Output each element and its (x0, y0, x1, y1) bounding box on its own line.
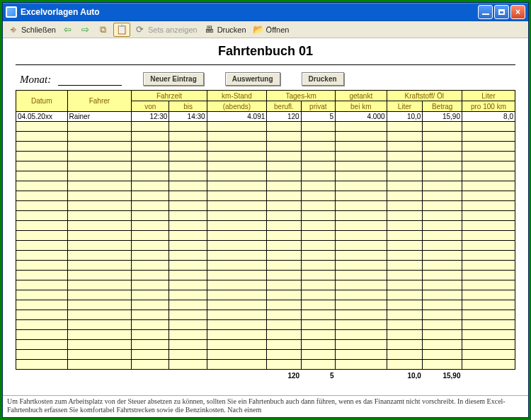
cell-von[interactable] (132, 340, 169, 350)
cell-betrag[interactable] (423, 142, 462, 152)
cell-privat[interactable] (301, 241, 335, 251)
cell-bis[interactable] (169, 211, 207, 221)
cell-betrag[interactable] (423, 161, 462, 171)
table-row[interactable] (16, 142, 515, 152)
cell-getankt[interactable] (336, 161, 387, 171)
cell-privat[interactable] (301, 310, 335, 320)
cell-l100[interactable] (462, 142, 515, 152)
cell-km[interactable] (207, 251, 267, 261)
cell-privat[interactable] (301, 161, 335, 171)
cell-fahrer[interactable] (67, 261, 132, 271)
cell-bis[interactable]: 14:30 (169, 112, 207, 122)
cell-km[interactable] (207, 290, 267, 300)
cell-betrag[interactable] (423, 330, 462, 340)
cell-liter[interactable] (387, 350, 423, 360)
cell-bis[interactable] (169, 191, 207, 201)
cell-l100[interactable] (462, 330, 515, 340)
cell-bis[interactable] (169, 271, 207, 280)
cell-l100[interactable] (462, 181, 515, 191)
cell-berufl[interactable] (267, 280, 301, 290)
cell-liter[interactable] (387, 251, 423, 261)
table-row[interactable] (16, 171, 515, 181)
table-row[interactable] (16, 201, 515, 211)
cell-datum[interactable] (16, 300, 68, 310)
cell-fahrer[interactable] (67, 300, 132, 310)
cell-privat[interactable]: 5 (301, 112, 335, 122)
cell-datum[interactable] (16, 261, 68, 271)
table-row[interactable] (16, 241, 515, 251)
cell-privat[interactable] (301, 132, 335, 142)
cell-km[interactable] (207, 310, 267, 320)
cell-bis[interactable] (169, 122, 207, 132)
cell-betrag[interactable] (423, 221, 462, 231)
cell-km[interactable] (207, 261, 267, 271)
cell-fahrer[interactable] (67, 161, 132, 171)
cell-berufl[interactable] (267, 142, 301, 152)
cell-liter[interactable] (387, 241, 423, 251)
cell-datum[interactable] (16, 181, 68, 191)
table-row[interactable] (16, 360, 515, 370)
month-input[interactable] (58, 73, 122, 86)
open-button[interactable]: 📂 Öffnen (251, 23, 292, 36)
cell-liter[interactable] (387, 261, 423, 271)
cell-datum[interactable] (16, 350, 68, 360)
cell-fahrer[interactable] (67, 132, 132, 142)
table-row[interactable] (16, 290, 515, 300)
table-body[interactable]: 04.05.20xxRainer12:3014:304.09112054.000… (16, 112, 515, 370)
cell-l100[interactable] (462, 340, 515, 350)
cell-bis[interactable] (169, 181, 207, 191)
cell-getankt[interactable] (336, 360, 387, 370)
cell-getankt[interactable] (336, 330, 387, 340)
cell-bis[interactable] (169, 221, 207, 231)
cell-km[interactable] (207, 161, 267, 171)
cell-bis[interactable] (169, 231, 207, 241)
cell-privat[interactable] (301, 280, 335, 290)
cell-privat[interactable] (301, 360, 335, 370)
cell-datum[interactable] (16, 171, 68, 181)
cell-km[interactable] (207, 330, 267, 340)
cell-berufl[interactable] (267, 251, 301, 261)
cell-betrag[interactable] (423, 251, 462, 261)
cell-fahrer[interactable] (67, 201, 132, 211)
print-button[interactable]: Drucken (302, 72, 344, 86)
cell-getankt[interactable] (336, 340, 387, 350)
cell-privat[interactable] (301, 201, 335, 211)
paste-button[interactable]: 📋 (113, 23, 130, 37)
cell-getankt[interactable] (336, 241, 387, 251)
cell-von[interactable] (132, 142, 169, 152)
cell-privat[interactable] (301, 300, 335, 310)
cell-fahrer[interactable] (67, 191, 132, 201)
cell-liter[interactable] (387, 290, 423, 300)
cell-privat[interactable] (301, 350, 335, 360)
cell-von[interactable] (132, 152, 169, 161)
close-button[interactable]: ⎆ Schließen (6, 23, 58, 36)
cell-berufl[interactable] (267, 360, 301, 370)
cell-fahrer[interactable] (67, 122, 132, 132)
cell-von[interactable]: 12:30 (132, 112, 169, 122)
cell-getankt[interactable] (336, 310, 387, 320)
cell-datum[interactable] (16, 271, 68, 280)
cell-bis[interactable] (169, 142, 207, 152)
cell-berufl[interactable] (267, 330, 301, 340)
cell-km[interactable] (207, 241, 267, 251)
cell-privat[interactable] (301, 122, 335, 132)
cell-l100[interactable] (462, 122, 515, 132)
table-row[interactable] (16, 191, 515, 201)
cell-bis[interactable] (169, 320, 207, 330)
cell-datum[interactable] (16, 161, 68, 171)
cell-getankt[interactable] (336, 280, 387, 290)
cell-getankt[interactable]: 4.000 (336, 112, 387, 122)
cell-betrag[interactable] (423, 340, 462, 350)
cell-liter[interactable] (387, 330, 423, 340)
cell-km[interactable]: 4.091 (207, 112, 267, 122)
cell-von[interactable] (132, 161, 169, 171)
cell-betrag[interactable] (423, 211, 462, 221)
cell-km[interactable] (207, 360, 267, 370)
cell-privat[interactable] (301, 221, 335, 231)
cell-bis[interactable] (169, 161, 207, 171)
cell-bis[interactable] (169, 290, 207, 300)
cell-von[interactable] (132, 320, 169, 330)
cell-betrag[interactable]: 15,90 (423, 112, 462, 122)
cell-l100[interactable] (462, 251, 515, 261)
sets-button[interactable]: ⟳ Sets anzeigen (132, 23, 200, 36)
